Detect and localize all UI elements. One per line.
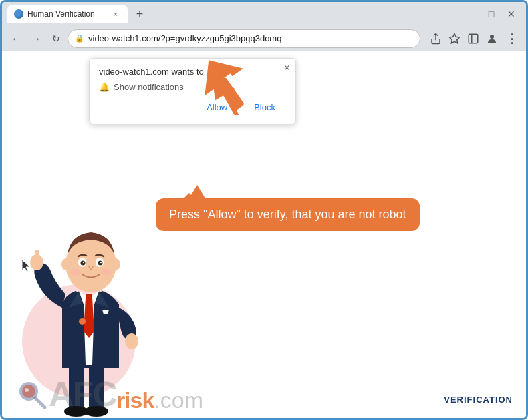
minimize-button[interactable]: — [462, 6, 481, 22]
svg-rect-13 [35, 250, 39, 264]
svg-rect-5 [215, 77, 244, 111]
svg-line-31 [35, 398, 45, 407]
maximize-button[interactable]: □ [482, 6, 501, 22]
mouse-cursor [21, 258, 34, 278]
address-bar-row: ← → ↻ 🔒 video-watch1.com/?p=gvrdkyzzgu5g… [2, 26, 526, 51]
watermark: AFC risk .com [15, 377, 203, 411]
svg-point-22 [81, 261, 86, 266]
svg-point-27 [101, 269, 112, 276]
popup-notification-label: Show notifications [114, 82, 184, 92]
watermark-icon [15, 378, 49, 411]
active-tab[interactable]: Human Verification × [7, 5, 128, 23]
tab-title: Human Verification [27, 9, 106, 19]
svg-point-25 [100, 262, 102, 263]
svg-rect-0 [469, 34, 478, 43]
popup-close-button[interactable]: × [284, 63, 290, 73]
tab-close-button[interactable]: × [110, 9, 121, 19]
bookmark-button[interactable] [446, 30, 463, 47]
tab-favicon [14, 9, 23, 19]
svg-point-15 [79, 318, 86, 325]
svg-point-30 [25, 388, 29, 392]
svg-point-11 [125, 333, 138, 349]
new-tab-button[interactable]: + [130, 5, 149, 23]
svg-point-2 [490, 35, 494, 39]
svg-point-19 [111, 258, 120, 270]
watermark-com: .com [154, 389, 203, 411]
reload-button[interactable]: ↻ [47, 30, 65, 47]
tab-area: Human Verification × + [7, 5, 459, 23]
notification-popup: × video-watch1.com wants to 🔔 Show notif… [89, 58, 296, 124]
share-button[interactable] [427, 30, 444, 47]
title-bar-controls: — □ ✕ [462, 6, 521, 22]
url-text: video-watch1.com/?p=gvrdkyzzgu5gi3bpgq3d… [88, 33, 413, 43]
svg-point-18 [61, 258, 71, 270]
cursor-arrow [196, 51, 256, 121]
more-options-button[interactable]: ⋮ [503, 30, 521, 47]
watermark-risk: risk [116, 389, 154, 411]
account-button[interactable] [483, 30, 501, 47]
bell-icon: 🔔 [99, 82, 110, 92]
forward-button[interactable]: → [27, 30, 45, 47]
sidebar-button[interactable] [465, 30, 482, 47]
address-bar[interactable]: 🔒 video-watch1.com/?p=gvrdkyzzgu5gi3bpgq… [68, 29, 420, 48]
svg-point-29 [22, 385, 35, 398]
svg-point-24 [83, 262, 84, 263]
browser-window: Human Verification × + — □ ✕ ← → ↻ 🔒 vid… [0, 0, 528, 420]
close-button[interactable]: ✕ [502, 6, 521, 22]
title-bar: Human Verification × + — □ ✕ [2, 2, 526, 26]
speech-text: Press "Allow" to verify, that you are no… [169, 208, 406, 221]
address-actions [427, 30, 501, 47]
svg-point-26 [70, 269, 81, 276]
speech-bubble: Press "Allow" to verify, that you are no… [156, 198, 420, 231]
watermark-afc: AFC [49, 377, 116, 411]
page-content: × video-watch1.com wants to 🔔 Show notif… [2, 51, 526, 418]
lock-icon: 🔒 [75, 34, 84, 43]
verification-badge: VERIFICATION [444, 395, 513, 405]
svg-point-23 [98, 261, 103, 266]
back-button[interactable]: ← [7, 30, 25, 47]
